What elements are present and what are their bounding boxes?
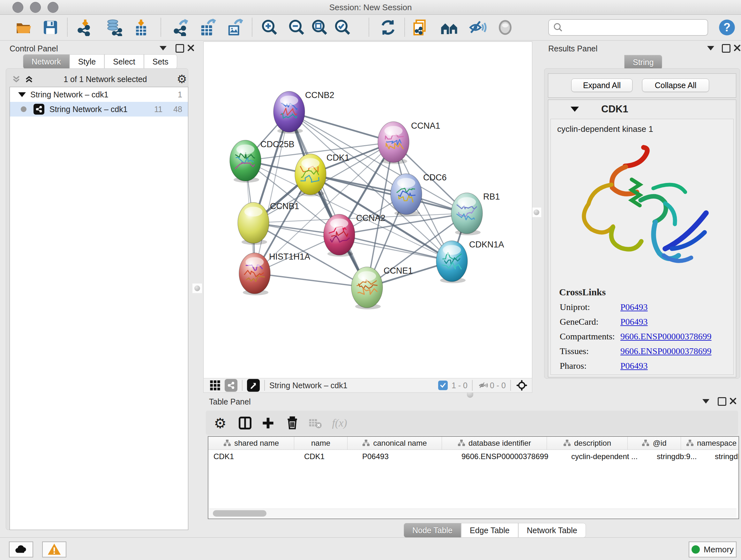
selected-checkbox-icon[interactable] xyxy=(438,381,448,390)
zoom-out-icon[interactable] xyxy=(287,18,307,37)
crosslink-link[interactable]: P06493 xyxy=(620,317,648,327)
table-cell[interactable]: CDK1 xyxy=(299,450,357,463)
column-header-canonical-name[interactable]: canonical name xyxy=(347,437,442,449)
close-panel-icon[interactable] xyxy=(733,44,741,52)
table-cell[interactable]: stringdb xyxy=(710,450,739,463)
column-header-namespace[interactable]: namespace xyxy=(681,437,739,449)
gene-description: cyclin-dependent kinase 1 xyxy=(557,124,733,134)
table-cell[interactable]: cyclin-dependent ... xyxy=(566,450,652,463)
toolbar-divider xyxy=(510,380,511,391)
disclosure-triangle-icon[interactable] xyxy=(18,92,26,97)
delete-column-icon[interactable] xyxy=(284,415,301,432)
panel-menu-icon[interactable] xyxy=(707,46,714,51)
clone-network-icon[interactable] xyxy=(411,18,430,37)
float-panel-icon[interactable] xyxy=(722,44,731,53)
network-collection-row[interactable]: String Network – cdk1 1 xyxy=(10,87,188,102)
zoom-fit-content-icon[interactable] xyxy=(310,18,329,37)
table-horizontal-scrollbar[interactable] xyxy=(209,509,737,518)
search-icon xyxy=(553,22,563,33)
gene-section-header[interactable]: CDK1 xyxy=(548,100,736,118)
create-column-icon[interactable] xyxy=(259,415,277,432)
import-table-icon[interactable] xyxy=(131,18,151,37)
gene-details: cyclin-dependent kinase 1 CrossLinks Uni… xyxy=(550,119,734,375)
column-header-database-identifier[interactable]: database identifier xyxy=(442,437,547,449)
save-session-icon[interactable] xyxy=(41,18,60,37)
network-options-gear-icon[interactable]: ⚙ xyxy=(177,72,187,86)
zoom-in-icon[interactable] xyxy=(260,18,279,37)
show-columns-icon[interactable] xyxy=(237,415,254,432)
column-header--id[interactable]: @id xyxy=(628,437,681,449)
main-toolbar: ? xyxy=(0,15,741,41)
left-splitter-handle[interactable] xyxy=(192,284,202,293)
float-panel-icon[interactable] xyxy=(718,397,726,406)
apply-layout-icon[interactable] xyxy=(379,18,398,37)
collapse-all-button[interactable]: Collapse All xyxy=(642,78,709,92)
import-network-file-icon[interactable] xyxy=(76,18,95,37)
close-panel-icon[interactable] xyxy=(729,397,737,405)
tab-select[interactable]: Select xyxy=(105,54,144,69)
search-input[interactable] xyxy=(566,23,705,32)
hide-selected-icon[interactable] xyxy=(468,18,487,37)
grid-view-icon[interactable] xyxy=(209,379,221,392)
table-row[interactable]: CDK1CDK1P064939606.ENSP00000378699cyclin… xyxy=(208,450,738,463)
column-header-label: namespace xyxy=(697,439,737,448)
column-header-name[interactable]: name xyxy=(294,437,347,449)
panel-menu-icon[interactable] xyxy=(159,46,166,51)
float-panel-icon[interactable] xyxy=(176,44,184,53)
warnings-button[interactable] xyxy=(42,542,66,557)
show-all-icon[interactable] xyxy=(495,18,515,37)
hidden-eye-icon[interactable] xyxy=(477,379,490,392)
table-cell[interactable]: CDK1 xyxy=(208,450,299,463)
table-cell[interactable]: stringdb:9... xyxy=(652,450,710,463)
panel-menu-icon[interactable] xyxy=(702,399,710,403)
tab-node-table[interactable]: Node Table xyxy=(404,523,461,538)
toolbar-separator xyxy=(368,18,369,37)
scrollbar-thumb[interactable] xyxy=(213,510,266,516)
tab-sets[interactable]: Sets xyxy=(144,54,177,69)
export-image-icon[interactable] xyxy=(225,18,245,37)
cloud-status-button[interactable] xyxy=(9,542,33,557)
crosslink-label: Uniprot: xyxy=(560,302,620,312)
crosslink-label: Pharos: xyxy=(560,361,620,371)
tab-network[interactable]: Network xyxy=(23,54,70,69)
first-neighbors-icon[interactable] xyxy=(440,18,459,37)
disclosure-triangle-icon[interactable] xyxy=(570,107,579,112)
crosslink-link[interactable]: P06493 xyxy=(620,361,648,371)
center-view-icon[interactable] xyxy=(515,379,528,392)
column-header-shared-name[interactable]: shared name xyxy=(208,437,294,449)
table-cell[interactable]: 9606.ENSP00000378699 xyxy=(456,450,566,463)
column-header-description[interactable]: description xyxy=(547,437,628,449)
birds-eye-view-icon[interactable] xyxy=(247,379,260,392)
crosslink-link[interactable]: 9606.ENSP00000378699 xyxy=(620,346,711,356)
results-panel-title: Results Panel xyxy=(548,44,597,53)
crosslink-link[interactable]: 9606.ENSP00000378699 xyxy=(620,331,711,341)
string-view-icon[interactable] xyxy=(225,379,238,392)
export-network-icon[interactable] xyxy=(171,18,190,37)
table-settings-gear-icon[interactable]: ⚙ xyxy=(212,415,229,432)
control-panel-title: Control Panel xyxy=(10,44,58,53)
tab-style[interactable]: Style xyxy=(70,54,105,69)
table-cell[interactable]: P06493 xyxy=(357,450,456,463)
tab-string[interactable]: String xyxy=(624,55,662,70)
open-session-icon[interactable] xyxy=(14,18,33,37)
search-field[interactable] xyxy=(548,19,708,36)
collapse-all-icon[interactable] xyxy=(11,74,21,84)
memory-label: Memory xyxy=(704,545,734,555)
zoom-selected-icon[interactable] xyxy=(333,18,352,37)
export-table-icon[interactable] xyxy=(198,18,217,37)
node-label: CCNB2 xyxy=(305,90,334,100)
network-row-selected[interactable]: String Network – cdk1 11 48 xyxy=(10,102,188,117)
network-canvas[interactable]: CCNB2CCNA1CDC25BCDK1CDC6RB1CCNB1CCNA2CDK… xyxy=(203,42,532,378)
right-splitter-handle[interactable] xyxy=(532,207,541,217)
tab-edge-table[interactable]: Edge Table xyxy=(461,523,518,538)
crosslink-link[interactable]: P06493 xyxy=(620,302,648,312)
tab-network-table[interactable]: Network Table xyxy=(518,523,586,538)
selected-counts: 1 - 0 xyxy=(452,381,468,390)
help-icon[interactable]: ? xyxy=(718,18,737,37)
close-panel-icon[interactable] xyxy=(187,44,195,52)
import-network-database-icon[interactable] xyxy=(105,18,125,37)
memory-button[interactable]: Memory xyxy=(689,542,737,557)
expand-all-icon[interactable] xyxy=(24,74,34,84)
crosslink-row: GeneCard:P06493 xyxy=(560,317,733,327)
expand-all-button[interactable]: Expand All xyxy=(571,78,632,92)
